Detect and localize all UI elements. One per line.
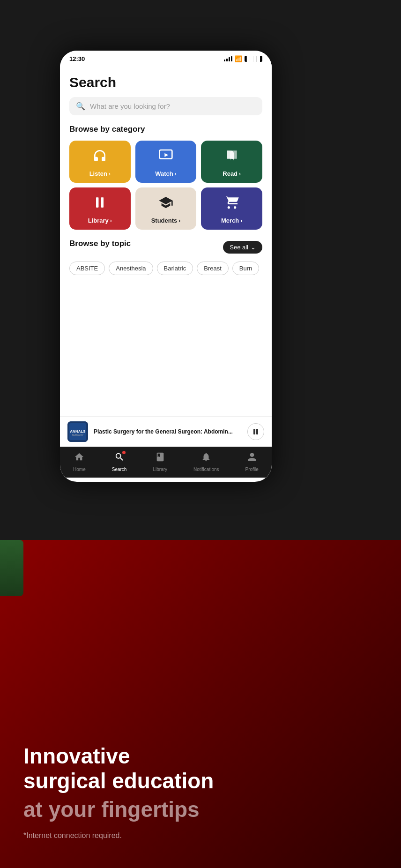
home-icon <box>74 452 84 465</box>
svg-rect-2 <box>96 197 98 207</box>
search-input-placeholder[interactable]: What are you looking for? <box>90 102 170 110</box>
watch-label: Watch › <box>155 170 177 177</box>
library-nav-icon <box>155 452 165 465</box>
svg-rect-3 <box>101 197 104 207</box>
phone-frame: 12:30 📶 ████ Search 🔍 What are you looki… <box>60 51 272 482</box>
battery-icon: ████ <box>245 56 262 62</box>
book-icon <box>224 148 239 166</box>
play-icon <box>158 148 173 166</box>
nav-profile[interactable]: Profile <box>245 452 259 472</box>
nav-search-label: Search <box>112 467 127 472</box>
svg-text:SURGERY: SURGERY <box>72 434 84 436</box>
browse-topic-header-row: Browse by topic See all ⌄ <box>69 239 262 255</box>
topic-absite[interactable]: ABSITE <box>69 262 105 275</box>
category-card-watch[interactable]: Watch › <box>135 141 197 183</box>
search-bar[interactable]: 🔍 What are you looking for? <box>69 97 262 115</box>
status-icons: 📶 ████ <box>224 55 262 62</box>
status-time: 12:30 <box>69 55 85 62</box>
chevron-down-icon: ⌄ <box>251 244 256 251</box>
students-label: Students › <box>151 217 181 224</box>
nav-home-label: Home <box>73 467 86 472</box>
category-card-listen[interactable]: Listen › <box>69 141 131 183</box>
topic-anesthesia[interactable]: Anesthesia <box>109 262 153 275</box>
search-notification-dot <box>122 451 126 454</box>
merch-label: Merch › <box>221 217 242 224</box>
see-all-button[interactable]: See all ⌄ <box>223 241 262 254</box>
see-all-label: See all <box>230 244 248 251</box>
profile-icon <box>247 452 257 465</box>
page-title: Search <box>69 65 262 97</box>
marketing-thumbnail <box>0 540 23 596</box>
nav-profile-label: Profile <box>245 467 259 472</box>
topic-breast[interactable]: Breast <box>197 262 229 275</box>
cart-icon <box>224 195 239 213</box>
listen-label: Listen › <box>89 170 111 177</box>
svg-rect-9 <box>256 429 258 434</box>
mini-player-title: Plastic Surgery for the General Surgeon:… <box>94 428 242 435</box>
category-grid: Listen › Watch › <box>69 141 262 230</box>
topic-bariatric[interactable]: Bariatric <box>157 262 193 275</box>
wifi-icon: 📶 <box>235 55 242 62</box>
topic-burn[interactable]: Burn <box>232 262 259 275</box>
marketing-headline: Innovativesurgical education <box>23 744 378 793</box>
category-card-merch[interactable]: Merch › <box>201 187 262 230</box>
browse-category-header: Browse by category <box>69 125 262 134</box>
nav-library-label: Library <box>153 467 167 472</box>
nav-notifications[interactable]: Notifications <box>193 452 219 472</box>
nav-search[interactable]: Search <box>112 452 127 472</box>
marketing-section: Innovativesurgical education at your fin… <box>0 540 401 868</box>
nav-library[interactable]: Library <box>153 452 167 472</box>
marketing-subtitle: at your fingertips <box>23 797 378 822</box>
status-bar: 12:30 📶 ████ <box>60 51 272 65</box>
svg-rect-8 <box>253 429 255 434</box>
category-card-library[interactable]: Library › <box>69 187 131 230</box>
nav-home[interactable]: Home <box>73 452 86 472</box>
bell-icon <box>201 452 211 465</box>
library-icon <box>92 195 107 213</box>
category-card-students[interactable]: Students › <box>135 187 197 230</box>
mini-player[interactable]: ANNALS SURGERY Plastic Surgery for the G… <box>60 416 272 447</box>
mini-player-info: Plastic Surgery for the General Surgeon:… <box>94 428 242 435</box>
library-label: Library › <box>88 217 112 224</box>
scroll-area: Search 🔍 What are you looking for? Brows… <box>60 65 272 416</box>
svg-marker-1 <box>164 153 168 157</box>
marketing-footnote: *Internet connection required. <box>23 831 378 840</box>
graduation-icon <box>158 195 173 213</box>
bottom-nav: Home Search Library <box>60 447 272 478</box>
headphones-icon <box>92 148 107 166</box>
app-content: Search 🔍 What are you looking for? Brows… <box>60 65 272 478</box>
read-label: Read › <box>223 170 241 177</box>
topic-pills: ABSITE Anesthesia Bariatric Breast Burn <box>69 262 262 275</box>
svg-text:ANNALS: ANNALS <box>70 429 86 434</box>
search-nav-icon <box>114 452 125 465</box>
category-card-read[interactable]: Read › <box>201 141 262 183</box>
signal-icon <box>224 56 232 61</box>
browse-topic-header: Browse by topic <box>69 239 131 248</box>
search-bar-icon: 🔍 <box>76 102 85 111</box>
nav-notifications-label: Notifications <box>193 467 219 472</box>
mini-player-thumbnail: ANNALS SURGERY <box>67 421 88 442</box>
pause-button[interactable] <box>247 423 264 440</box>
